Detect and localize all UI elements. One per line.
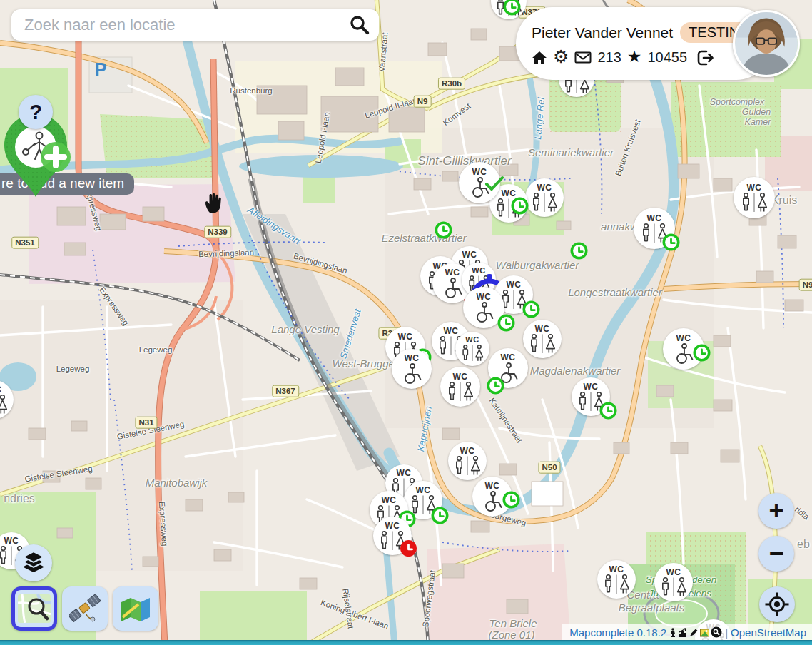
marker-wc-label: WC [485,482,500,490]
crosshair-icon [764,591,790,617]
search-input[interactable] [23,15,349,35]
marker-wc-label: WC [647,214,662,223]
statue-icon[interactable] [669,628,676,637]
marker-wc-label: WC [416,486,431,494]
marker-wc-label: WC [477,293,492,301]
marker-wc-label: WC [405,354,420,362]
basemap-map-button[interactable] [113,586,158,631]
marker-wc-label: WC [535,325,550,333]
clock-badge [497,313,516,332]
attribution-separator: | [725,626,728,639]
help-button[interactable]: ? [19,95,53,129]
marker-wc-label: WC [501,353,516,362]
zoom-in-button[interactable]: + [758,493,794,529]
changesets-count: 10455 [647,49,687,66]
basemap-osm-button[interactable] [11,586,57,631]
marker-wc-label: WC [0,385,2,394]
basemap-switcher [11,586,158,631]
wc-marker[interactable]: WC [448,442,487,480]
messages-count: 213 [597,49,621,66]
wc-marker[interactable]: WC [440,367,480,407]
marker-wc-label: WC [460,447,475,455]
wc-marker[interactable]: WC [455,332,489,366]
wc-marker[interactable]: WC [654,563,693,601]
search-icon[interactable] [349,14,370,36]
layers-icon [21,552,46,574]
marker-wc-label: WC [507,280,522,289]
user-name: Pieter Vander Vennet [532,24,673,41]
osm-logo-icon[interactable] [711,626,722,638]
marker-wc-label: WC [444,327,459,335]
marker-wc-label: WC [462,250,477,259]
attribution-bar: Mapcomplete 0.18.2 | OpenStreetMap [562,624,812,640]
marker-wc-label: WC [385,522,400,530]
marker-wc-label: WC [397,469,412,477]
zoom-out-button[interactable]: − [758,536,794,572]
search-bar[interactable] [11,9,379,41]
osm-magnifier-icon [18,594,51,623]
wc-marker[interactable]: WC [734,177,775,218]
wc-marker[interactable]: WC [459,162,500,203]
marker-wc-label: WC [676,334,691,342]
settings-gear-icon[interactable]: ⚙ [553,48,569,66]
wc-marker[interactable]: WC [523,320,562,358]
logout-icon[interactable] [697,50,714,66]
layers-button[interactable] [15,544,52,581]
changesets-star-icon: ★ [627,49,642,65]
wc-marker[interactable]: WC [597,560,636,599]
openstreetmap-link[interactable]: OpenStreetMap [731,626,806,639]
wc-marker[interactable]: WC [572,377,610,416]
attribution-icons [669,626,722,638]
bottom-accent-bar [0,640,812,645]
marker-wc-label: WC [472,267,485,275]
clock-badge[interactable] [486,376,505,395]
marker-wc-label: WC [537,183,552,192]
geolocate-button[interactable] [759,586,795,622]
wc-marker[interactable]: WC [525,178,564,217]
marker-wc-label: WC [465,336,479,344]
marker-wc-label: WC [609,565,624,574]
home-icon[interactable] [532,51,547,65]
clock-badge[interactable] [434,220,453,240]
basemap-satellite-button[interactable] [62,586,108,631]
wc-marker[interactable]: WC [663,328,704,370]
wc-marker[interactable]: WC [491,0,527,19]
theme-logo-icon [700,628,709,637]
marker-wc-label: WC [472,168,487,176]
mapcomplete-version-link[interactable]: Mapcomplete 0.18.2 [569,626,666,639]
satellite-icon [69,594,101,623]
add-plus-icon[interactable] [41,142,71,172]
poi-markers-layer: WCWCWCWCWCWCWCWCWCWCWCWCWCWCWCWCWCWCWCWC… [0,0,812,645]
wc-marker[interactable]: WC [392,349,432,389]
avatar[interactable] [733,10,800,77]
marker-wc-label: WC [584,382,599,391]
pencil-icon[interactable] [689,628,699,637]
folded-map-icon [119,596,152,621]
wc-marker[interactable]: WC [373,517,412,555]
marker-wc-label: WC [453,372,468,381]
wc-marker[interactable]: WC [463,287,504,328]
marker-wc-label: WC [4,537,19,545]
marker-wc-label: WC [666,568,681,577]
messages-envelope-icon[interactable] [574,51,592,64]
marker-wc-label: WC [502,189,517,198]
marker-wc-label: WC [747,183,762,192]
wc-marker[interactable]: WC [472,477,512,517]
marker-wc-label: WC [398,332,413,341]
clock-badge[interactable] [569,241,589,260]
statistics-chart-icon[interactable] [678,628,688,637]
wc-marker[interactable]: WC [0,380,14,419]
marker-wc-label: WC [445,268,460,277]
wc-marker[interactable]: WC [634,208,675,249]
marker-wc-label: WC [382,496,397,504]
wc-marker[interactable]: WC [404,481,442,519]
